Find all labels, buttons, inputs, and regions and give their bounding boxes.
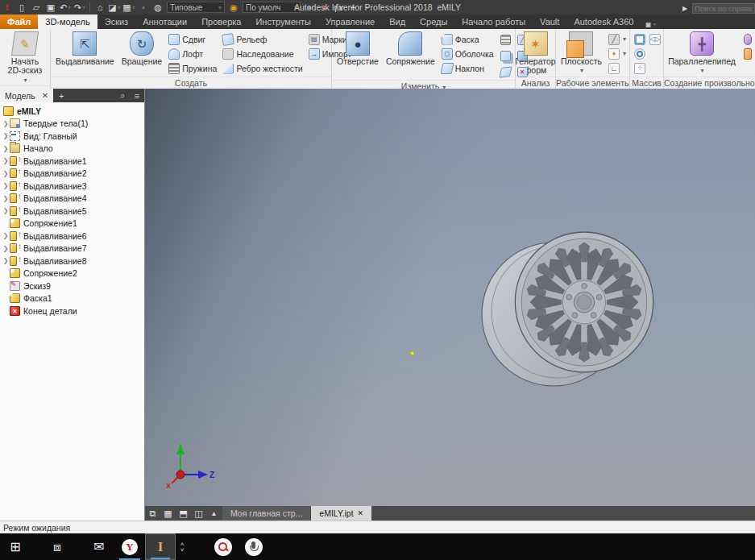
- sketch-pattern-button[interactable]: ⁘: [633, 61, 647, 75]
- undo-button[interactable]: ↶▾: [58, 1, 73, 14]
- tree-item-extrusion1[interactable]: ❯Выдавливание1: [2, 155, 144, 168]
- home-view-button[interactable]: ⌂: [93, 1, 107, 14]
- hole-button[interactable]: ● Отверстие: [334, 31, 381, 67]
- expander-icon[interactable]: ❯: [2, 170, 10, 177]
- mirror-button[interactable]: ◁▷: [648, 32, 662, 46]
- task-view-button[interactable]: ⧈: [42, 533, 73, 560]
- group-label-create[interactable]: Создать: [51, 77, 331, 89]
- open-file-button[interactable]: ▱: [29, 1, 44, 14]
- color-wheel-icon[interactable]: ◉: [226, 1, 241, 14]
- derive-button[interactable]: Наследование: [221, 47, 304, 60]
- browser-menu-icon[interactable]: ≡: [130, 89, 144, 102]
- tab-sketch[interactable]: Эскиз: [97, 15, 135, 29]
- tree-item-extrusion7[interactable]: ❯Выдавливание7: [2, 243, 144, 255]
- measure-button[interactable]: ◦: [136, 1, 151, 14]
- tab-manage[interactable]: Управление: [318, 15, 382, 29]
- voice-assistant-button[interactable]: [239, 533, 269, 560]
- tree-item-end-of-part[interactable]: Конец детали: [2, 305, 144, 317]
- shell-button[interactable]: ◻Оболочка: [440, 47, 496, 60]
- adjust-appearance-button[interactable]: ◗: [302, 1, 317, 14]
- expander-icon[interactable]: ❯: [2, 157, 10, 164]
- browser-search-icon[interactable]: ⌕: [115, 89, 130, 102]
- tab-home-page[interactable]: Моя главная стр...: [222, 506, 310, 521]
- clear-appearance-button[interactable]: ◕: [317, 1, 331, 14]
- group-label-freeform[interactable]: Создание произвольной ф: [664, 77, 755, 89]
- fillet-button[interactable]: Сопряжение: [384, 31, 438, 67]
- split-horizontal-icon[interactable]: ⬒: [176, 506, 191, 521]
- collapse-help-icon[interactable]: ▶: [678, 2, 692, 15]
- wheel-model[interactable]: [477, 224, 662, 395]
- expand-tab-bar-icon[interactable]: ▲: [206, 506, 222, 521]
- tab-vault[interactable]: Vault: [533, 15, 566, 29]
- tree-item-view-main[interactable]: ❯Вид: Главный: [2, 130, 144, 143]
- combine-button[interactable]: [498, 48, 513, 63]
- expander-icon[interactable]: ❯: [2, 195, 10, 202]
- tree-item-extrusion5[interactable]: ❯Выдавливание5: [2, 205, 144, 218]
- start-button[interactable]: ⊞: [0, 533, 31, 560]
- expander-icon[interactable]: ❯: [2, 145, 10, 152]
- new-file-button[interactable]: ▯: [15, 1, 29, 14]
- material-select[interactable]: Типовые▾: [167, 2, 225, 13]
- tree-item-extrusion8[interactable]: ❯Выдавливание8: [2, 255, 144, 268]
- tree-item-extrusion6[interactable]: ❯Выдавливание6: [2, 230, 144, 243]
- coil-button[interactable]: Пружина: [167, 61, 218, 75]
- parameters-fx-button[interactable]: ƒx: [331, 1, 346, 14]
- split-vertical-icon[interactable]: ◫: [191, 506, 206, 521]
- expander-icon[interactable]: ❯: [2, 120, 10, 127]
- add-quick-tool-button[interactable]: +: [346, 1, 360, 14]
- tree-item-root[interactable]: eMILY: [2, 105, 144, 118]
- rib-button[interactable]: Ребро жесткости: [221, 61, 304, 75]
- inventor-taskbar-button[interactable]: I: [145, 533, 176, 560]
- tree-item-sketch9[interactable]: Эскиз9: [2, 280, 144, 292]
- cascade-windows-icon[interactable]: ⧉: [145, 506, 160, 521]
- tab-view[interactable]: Вид: [382, 15, 413, 29]
- thread-button[interactable]: [498, 32, 513, 47]
- tree-item-chamfer1[interactable]: Фаска1: [2, 292, 144, 305]
- work-point[interactable]: [410, 351, 414, 355]
- tab-a360[interactable]: Autodesk A360: [566, 15, 641, 29]
- search-app-button[interactable]: [208, 533, 239, 560]
- freeform-extra-2-button[interactable]: [742, 47, 753, 60]
- chamfer-button[interactable]: Фаска: [440, 32, 496, 46]
- tree-item-solid-bodies[interactable]: ❯Твердые тела(1): [2, 118, 144, 131]
- tree-item-fillet1[interactable]: Сопряжение1: [2, 218, 144, 230]
- redo-button[interactable]: ↷▾: [73, 1, 87, 14]
- tile-windows-icon[interactable]: ▦: [160, 506, 176, 521]
- work-plane-button[interactable]: Плоскость ▾: [558, 31, 604, 76]
- extrude-button[interactable]: ⇱ Выдавливание: [53, 31, 117, 67]
- tab-get-started[interactable]: Начало работы: [454, 15, 533, 29]
- delete-face-button[interactable]: [498, 64, 513, 79]
- start-2d-sketch-button[interactable]: ✎ Начать 2D-эскиз ▾: [2, 31, 48, 85]
- save-button[interactable]: ▣: [44, 1, 58, 14]
- tree-item-origin[interactable]: ❯Начало: [2, 143, 144, 156]
- work-axis-button[interactable]: ╱▾: [607, 32, 628, 46]
- expander-icon[interactable]: ❯: [2, 132, 10, 139]
- tab-inspect[interactable]: Проверка: [194, 15, 248, 29]
- yandex-browser-button[interactable]: Y: [114, 533, 145, 560]
- expander-icon[interactable]: ❯: [2, 182, 10, 189]
- taskbar-overflow-chevrons[interactable]: ˄˅: [176, 533, 189, 560]
- freeform-box-button[interactable]: ╋ Параллелепипед ▾: [666, 31, 738, 76]
- group-label-pattern[interactable]: Массив: [630, 77, 663, 89]
- tree-item-fillet2[interactable]: Сопряжение2: [2, 268, 144, 280]
- tree-item-extrusion2[interactable]: ❯Выдавливание2: [2, 168, 144, 180]
- tab-file[interactable]: Файл: [0, 15, 38, 29]
- camera-tab-icon[interactable]: ◙▾: [645, 20, 656, 29]
- update-button[interactable]: ▦▾: [122, 1, 136, 14]
- tree-item-extrusion4[interactable]: ❯Выдавливание4: [2, 193, 144, 205]
- circular-pattern-button[interactable]: [633, 47, 647, 60]
- group-label-analysis[interactable]: Анализ: [516, 77, 555, 89]
- 3d-viewport[interactable]: Y Z X ⧉ ▦ ⬒ ◫ ▲ Моя главная стр... eMILY…: [145, 89, 755, 521]
- expander-icon[interactable]: ❯: [2, 257, 10, 264]
- mail-app-button[interactable]: ✉: [84, 533, 114, 560]
- help-search-input[interactable]: [692, 3, 755, 14]
- loft-button[interactable]: Лофт: [167, 47, 218, 60]
- tree-item-extrusion3[interactable]: ❯Выдавливание3: [2, 180, 144, 193]
- close-panel-icon[interactable]: ✕: [42, 91, 48, 100]
- group-label-modify[interactable]: Изменить ▾: [332, 80, 515, 89]
- sweep-button[interactable]: Сдвиг: [167, 32, 218, 46]
- browser-tab-model[interactable]: Модель✕: [0, 89, 53, 102]
- tab-tools[interactable]: Инструменты: [248, 15, 318, 29]
- render-button[interactable]: ◪▾: [107, 1, 122, 14]
- draft-button[interactable]: Наклон: [440, 61, 496, 75]
